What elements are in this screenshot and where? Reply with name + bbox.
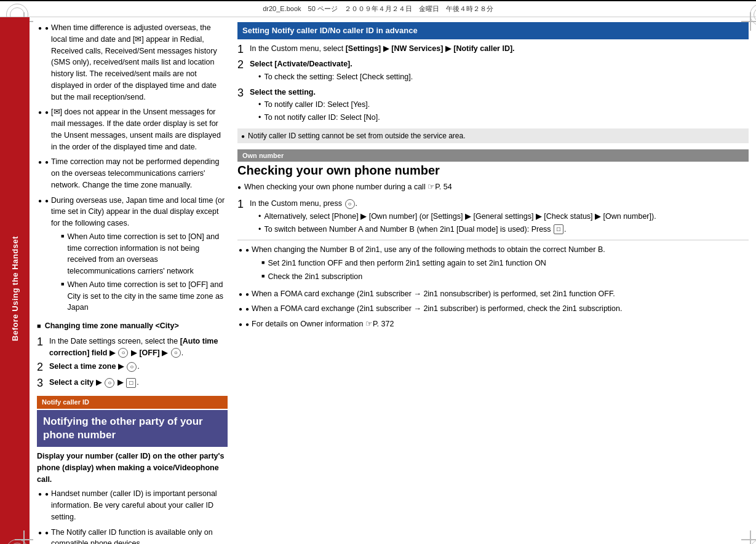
notify-bullet-list: ● Handset number (caller ID) is importan…	[37, 488, 228, 544]
bottom-bullet-2: ● When a FOMA card exchange (2in1 subscr…	[237, 288, 749, 300]
step-2-row: 2 Select a time zone ▶ ○.	[37, 361, 228, 374]
settings-step-1: 1 In the Custom menu, select [Settings] …	[237, 43, 749, 57]
notify-bullet-2-icon: ●	[45, 528, 49, 537]
section-heading-label: Changing time zone manually <City>	[45, 320, 179, 332]
notify-bar: Notify caller ID	[37, 396, 228, 409]
step-3-number: 3	[37, 377, 47, 390]
main-content: ● When time difference is adjusted overs…	[30, 17, 756, 544]
circle-btn-own: ○	[345, 199, 355, 209]
own-number-heading: Checking your own phone number	[237, 163, 749, 178]
left-bullet-list: ● When time difference is adjusted overs…	[37, 22, 228, 315]
step-3-row: 3 Select a city ▶ ○ ▶ □.	[37, 377, 228, 390]
settings-step-2: 2 Select [Activate/Deactivate]. To check…	[237, 58, 749, 84]
sub-bullet-list: When Auto time correction is set to [ON]…	[61, 231, 228, 313]
notify-bar-label: Notify caller ID	[42, 398, 89, 406]
section-heading-city: Changing time zone manually <City>	[37, 320, 228, 332]
bottom-bullet-3: ● When a FOMA card exchange (2in1 subscr…	[237, 303, 749, 315]
left-bullet-4-icon: ●	[45, 196, 49, 205]
sidebar: Before Using the Handset	[0, 17, 30, 544]
notify-bullet-1: ● Handset number (caller ID) is importan…	[37, 488, 228, 522]
own-step-1-sub: Alternatively, select [Phone] ▶ [Own num…	[258, 211, 749, 235]
divider	[237, 240, 749, 240]
step-1-content: In the Date settings screen, select the …	[49, 336, 228, 359]
page-outer: dr20_E.book 50 ページ ２００９年４月２４日 金曜日 午後４時２８…	[0, 0, 756, 544]
bottom-bullet-1: ● When changing the Number B of 2in1, us…	[237, 244, 749, 284]
settings-step-1-num: 1	[237, 43, 247, 57]
settings-bar-label: Setting Notify caller ID/No caller ID in…	[242, 26, 418, 35]
bottom-bullet-list: ● When changing the Number B of 2in1, us…	[237, 244, 749, 330]
sub-bullet-2: When Auto time correction is set to [OFF…	[61, 279, 228, 313]
settings-step-2-sub-1: To check the setting: Select [Check sett…	[258, 71, 749, 83]
square-btn-1: □	[126, 378, 136, 388]
step-2-content: Select a time zone ▶ ○.	[49, 361, 228, 373]
step-3-content: Select a city ▶ ○ ▶ □.	[49, 377, 228, 388]
bottom-sub-2: Check the 2in1 subscription	[261, 271, 605, 283]
settings-step-3-sub: To notify caller ID: Select [Yes]. To no…	[258, 99, 749, 124]
own-sub-2: To switch between Number A and Number B …	[258, 224, 749, 235]
own-step-1: 1 In the Custom menu, press ○. Alternati…	[237, 198, 749, 236]
own-number-note-text: When checking your own phone number duri…	[244, 181, 452, 193]
settings-step-2-sub: To check the setting: Select [Check sett…	[258, 71, 749, 83]
left-bullet-1-icon: ●	[45, 23, 49, 33]
own-number-bar-label: Own number	[242, 152, 284, 159]
own-sub-1: Alternatively, select [Phone] ▶ [Own num…	[258, 211, 749, 223]
settings-step-2-content: Select [Activate/Deactivate]. To check t…	[250, 58, 749, 84]
settings-step-2-num: 2	[237, 58, 247, 72]
settings-step-1-content: In the Custom menu, select [Settings] ▶ …	[250, 43, 749, 55]
bottom-bullet-3-icon: ●	[245, 304, 249, 313]
bottom-bullet-1-icon: ●	[245, 245, 249, 254]
top-header: dr20_E.book 50 ページ ２００９年４月２４日 金曜日 午後４時２８…	[0, 0, 756, 17]
header-text: dr20_E.book 50 ページ ２００９年４月２４日 金曜日 午後４時２８…	[263, 4, 493, 14]
note-bar-text: Notify caller ID setting cannot be set f…	[248, 130, 466, 141]
settings-step-3-content: Select the setting. To notify caller ID:…	[250, 87, 749, 125]
bottom-sub-1: Set 2in1 function OFF and then perform 2…	[261, 258, 605, 269]
page-content: Before Using the Handset ● When time dif…	[0, 17, 756, 544]
notify-heading-block: Notifying the other party of your phone …	[37, 410, 228, 447]
own-step-1-content: In the Custom menu, press ○. Alternative…	[250, 198, 749, 236]
left-bullet-1: ● When time difference is adjusted overs…	[37, 22, 228, 103]
notify-section: Notify caller ID Notifying the other par…	[37, 396, 228, 544]
steps-container: 1 In the Date settings screen, select th…	[37, 336, 228, 390]
settings-step-3: 3 Select the setting. To notify caller I…	[237, 87, 749, 125]
bottom-bullet-4: ● For details on Owner information ☞P. 3…	[237, 318, 749, 330]
circle-btn-1: ○	[118, 348, 128, 358]
bottom-sub-list: Set 2in1 function OFF and then perform 2…	[261, 258, 605, 283]
step-2-number: 2	[37, 361, 47, 374]
sub-bullet-1: When Auto time correction is set to [ON]…	[61, 231, 228, 277]
notify-desc: Display your number (caller ID) on the o…	[37, 451, 228, 485]
circle-btn-2: ○	[171, 348, 181, 358]
own-number-section: Own number Checking your own phone numbe…	[237, 149, 749, 237]
notify-bullet-1-icon: ●	[45, 489, 49, 499]
settings-step-3-sub-1: To notify caller ID: Select [Yes].	[258, 99, 749, 111]
settings-step-3-num: 3	[237, 87, 247, 100]
notify-heading: Notifying the other party of your phone …	[43, 415, 221, 442]
square-btn-own: □	[554, 224, 563, 234]
left-bullet-3-icon: ●	[45, 157, 49, 167]
settings-steps: 1 In the Custom menu, select [Settings] …	[237, 43, 749, 125]
step-1-row: 1 In the Date settings screen, select th…	[37, 336, 228, 359]
left-bullet-4: ● During overseas use, Japan time and lo…	[37, 195, 228, 316]
own-number-bar: Own number	[237, 149, 749, 162]
note-bar: Notify caller ID setting cannot be set f…	[237, 128, 749, 143]
own-number-note-row: When checking your own phone number duri…	[237, 181, 749, 193]
left-column: ● When time difference is adjusted overs…	[37, 22, 228, 544]
left-bullet-2-icon: ●	[45, 108, 49, 117]
circle-btn-4: ○	[105, 378, 114, 388]
left-bullet-3: ● Time correction may not be performed d…	[37, 156, 228, 191]
notify-bullet-2: ● The Notify caller ID function is avail…	[37, 527, 228, 544]
settings-bar: Setting Notify caller ID/No caller ID in…	[237, 22, 749, 39]
bottom-bullet-2-icon: ●	[245, 290, 249, 299]
circle-btn-3: ○	[127, 362, 137, 372]
sidebar-label: Before Using the Handset	[10, 236, 20, 341]
left-bullet-2: ● [✉] does not appear in the Unsent mess…	[37, 106, 228, 152]
step-1-number: 1	[37, 336, 47, 349]
own-step-1-num: 1	[237, 198, 247, 211]
settings-step-3-sub-2: To not notify caller ID: Select [No].	[258, 112, 749, 124]
right-column: Setting Notify caller ID/No caller ID in…	[237, 22, 749, 544]
bottom-bullet-4-icon: ●	[245, 320, 249, 329]
